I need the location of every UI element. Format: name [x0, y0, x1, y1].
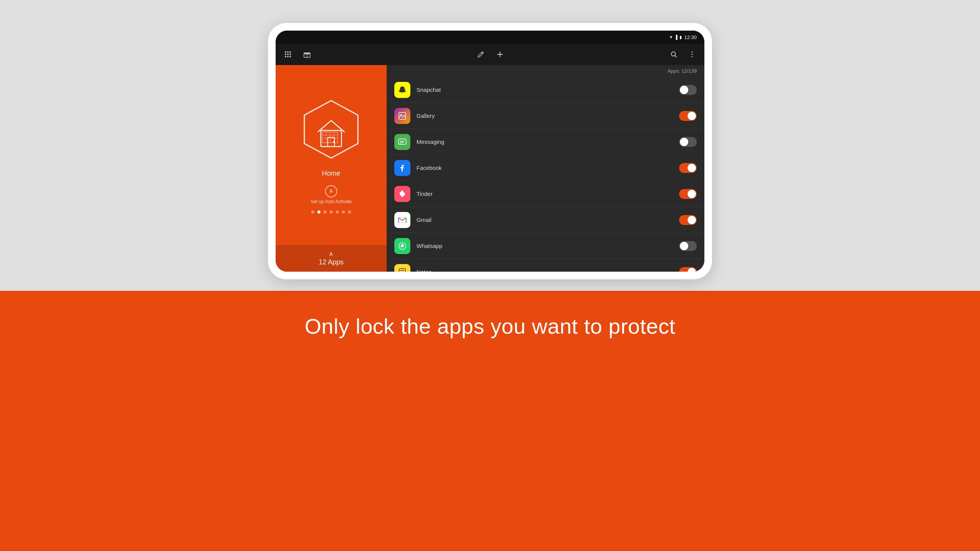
app-item-notes: Notes	[387, 259, 704, 272]
app-list[interactable]: Snapchat	[387, 77, 704, 272]
signal-icon: ▐	[675, 35, 678, 39]
messaging-toggle[interactable]	[679, 137, 697, 147]
chevron-up-icon: ∧	[329, 250, 333, 258]
gmail-name: Gmail	[416, 217, 679, 223]
gmail-icon	[394, 212, 410, 228]
gift-button[interactable]	[301, 48, 313, 60]
more-button[interactable]	[686, 48, 698, 60]
svg-point-0	[285, 51, 286, 53]
whatsapp-toggle[interactable]	[679, 241, 697, 251]
app-item-snapchat: Snapchat	[387, 77, 704, 103]
svg-point-4	[287, 54, 289, 55]
left-panel: Home A Set up Auto Activate	[276, 65, 387, 272]
dot-4[interactable]	[330, 210, 333, 214]
app-item-gmail: Gmail	[387, 207, 704, 233]
app-item-messaging: Messaging	[387, 129, 704, 155]
svg-point-1	[287, 51, 289, 53]
messaging-icon	[394, 134, 410, 150]
app-bar-right	[668, 48, 698, 60]
status-bar: ▾ ▐ ▮ 12:30	[276, 31, 704, 44]
snapchat-icon	[394, 82, 410, 98]
dot-1[interactable]	[311, 210, 314, 214]
gallery-icon	[394, 108, 410, 124]
svg-line-16	[675, 55, 676, 57]
gallery-name: Gallery	[416, 112, 679, 119]
gallery-toggle[interactable]	[679, 111, 697, 121]
status-time: 12:30	[684, 34, 697, 40]
app-bar	[276, 44, 704, 65]
status-icons: ▾ ▐ ▮ 12:30	[670, 34, 697, 40]
app-bar-center	[313, 48, 668, 60]
dots-pagination	[311, 210, 351, 214]
tinder-toggle[interactable]	[679, 189, 697, 199]
tablet-frame: ▾ ▐ ▮ 12:30	[268, 23, 712, 279]
app-item-gallery: Gallery	[387, 103, 704, 129]
svg-point-19	[692, 56, 693, 57]
dot-3[interactable]	[323, 210, 327, 214]
bottom-tagline: Only lock the apps you want to protect	[305, 314, 675, 339]
dot-6[interactable]	[342, 210, 345, 214]
main-content: Home A Set up Auto Activate	[276, 65, 704, 272]
apps-counter-text: Apps: 12/139	[667, 68, 697, 74]
app-item-whatsapp: Whatsapp	[387, 233, 704, 259]
svg-point-5	[289, 54, 291, 55]
notes-icon	[394, 264, 410, 272]
app-item-tinder: Tinder	[387, 181, 704, 207]
left-panel-top: Home A Set up Auto Activate	[291, 65, 371, 245]
top-gray-section: ▾ ▐ ▮ 12:30	[0, 0, 980, 291]
app-item-facebook: Facebook	[387, 155, 704, 181]
home-label: Home	[322, 170, 340, 178]
svg-point-18	[692, 54, 693, 55]
auto-activate-icon: A	[325, 185, 337, 197]
whatsapp-name: Whatsapp	[416, 243, 679, 249]
svg-line-12	[482, 52, 483, 54]
snapchat-name: Snapchat	[416, 86, 679, 93]
svg-rect-32	[399, 139, 406, 144]
notes-toggle[interactable]	[679, 267, 697, 272]
tinder-icon	[394, 186, 410, 202]
svg-point-7	[287, 56, 289, 57]
dot-2[interactable]	[317, 210, 320, 214]
svg-marker-20	[304, 101, 358, 158]
hexagon-container	[299, 97, 364, 163]
snapchat-toggle[interactable]	[679, 85, 697, 95]
app-bar-left	[282, 48, 313, 60]
tinder-name: Tinder	[416, 191, 679, 197]
facebook-toggle[interactable]	[679, 163, 697, 173]
svg-point-6	[285, 56, 286, 57]
svg-rect-21	[321, 130, 341, 147]
dot-5[interactable]	[336, 210, 339, 214]
facebook-icon	[394, 160, 410, 176]
grid-button[interactable]	[282, 48, 294, 60]
apps-count-section[interactable]: ∧ 12 Apps	[276, 245, 387, 272]
auto-activate-button[interactable]: A Set up Auto Activate	[310, 185, 351, 204]
add-button[interactable]	[494, 48, 506, 60]
svg-point-3	[285, 54, 286, 55]
notes-name: Notes	[416, 269, 679, 272]
search-button[interactable]	[668, 48, 680, 60]
facebook-name: Facebook	[416, 165, 679, 171]
bottom-section: Only lock the apps you want to protect	[0, 291, 980, 551]
battery-icon: ▮	[679, 35, 682, 40]
svg-point-2	[289, 51, 291, 53]
svg-point-17	[692, 52, 693, 53]
right-panel: Apps: 12/139 Snapchat	[387, 65, 704, 272]
svg-point-8	[289, 56, 291, 57]
messaging-name: Messaging	[416, 139, 679, 145]
outer-background: ▾ ▐ ▮ 12:30	[0, 0, 980, 551]
wifi-icon: ▾	[670, 34, 672, 40]
apps-count-label: 12 Apps	[318, 258, 343, 266]
whatsapp-icon	[394, 238, 410, 254]
gmail-toggle[interactable]	[679, 215, 697, 225]
tablet-screen: ▾ ▐ ▮ 12:30	[276, 31, 704, 272]
apps-counter-header: Apps: 12/139	[387, 65, 704, 77]
dot-7[interactable]	[348, 210, 351, 214]
edit-button[interactable]	[475, 48, 487, 60]
auto-activate-text: Set up Auto Activate	[310, 199, 351, 204]
